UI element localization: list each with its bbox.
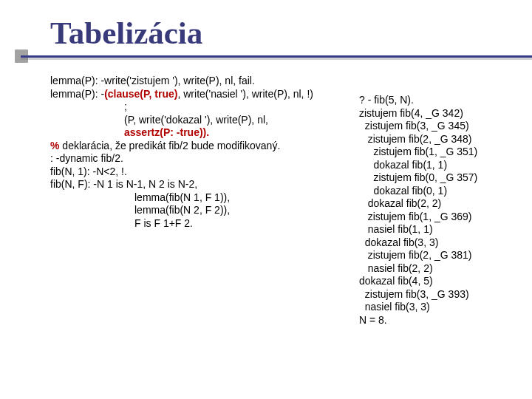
code-line: : -dynamic fib/2. [50,152,361,166]
code-line: F is F 1+F 2. [50,217,361,231]
code-line: lemma(P): -(clause(P, true), write('nasi… [50,88,361,101]
code-output: ? - fib(5, N). zistujem fib(4, _G 342) z… [359,94,477,327]
code-line: lemma(fib(N 2, F 2)), [50,204,361,217]
code-line: (P, write('dokazal '), write(P), nl, [50,114,361,127]
code-line: lemma(P): -write('zistujem '), write(P),… [50,75,361,88]
code-text: deklarácia, že predikát fib/2 bude modif… [59,140,280,151]
code-highlight: assertz(P: -true)). [124,126,209,138]
title-rule [50,55,532,69]
code-text: , write('nasiel '), write(P), nl, !) [177,88,313,100]
code-line: fib(N, 1): -N<2, !. [50,166,361,179]
code-comment: % deklarácia, že predikát fib/2 bude mod… [50,140,361,153]
code-line: lemma(fib(N 1, F 1)), [50,191,361,205]
horizontal-rule [21,55,532,58]
slide: Tabelizácia lemma(P): -write('zistujem '… [0,0,532,399]
code-line: assertz(P: -true)). [50,126,361,140]
code-line: fib(N, F): -N 1 is N-1, N 2 is N-2, [50,178,361,191]
code-highlight: (clause(P, true) [104,88,177,100]
code-text: lemma(P): - [50,88,104,100]
page-title: Tabelizácia [50,15,532,55]
code-line: ; [50,100,361,114]
body: lemma(P): -write('zistujem '), write(P),… [50,75,532,230]
code-left: lemma(P): -write('zistujem '), write(P),… [50,75,361,230]
code-highlight: % [50,140,59,151]
